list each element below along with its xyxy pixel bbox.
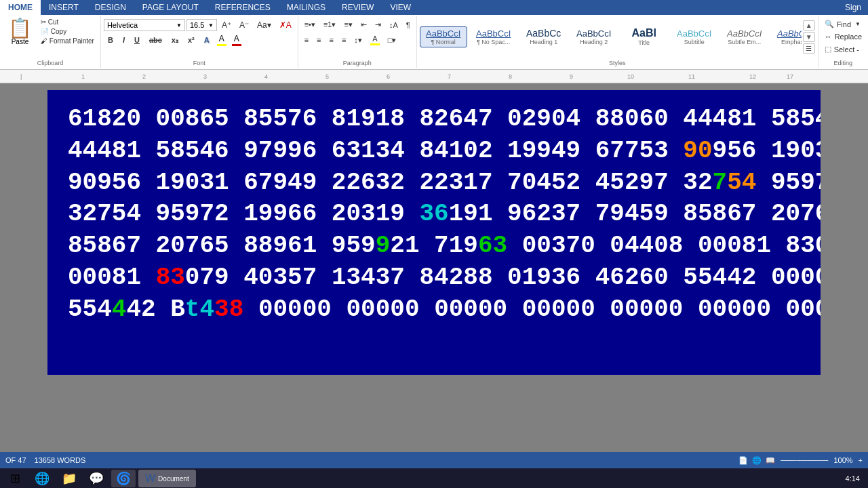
multilevel-button[interactable]: ≡▾ xyxy=(340,18,355,31)
clipboard-small-actions: ✂ Cut 📄 Copy 🖌 Format Painter xyxy=(39,18,96,45)
start-button[interactable]: ⊞ xyxy=(3,470,27,487)
doc-line-7: 554442 Bt438 00000 00000 00000 00000 000… xyxy=(68,294,800,326)
ruler-mark-1: | xyxy=(20,73,22,80)
shading-button[interactable]: A xyxy=(367,33,383,47)
style-normal[interactable]: AaBbCcI ¶ Normal xyxy=(420,26,467,47)
tab-mailings[interactable]: MAILINGS xyxy=(279,0,334,15)
font-shrink-button[interactable]: A⁻ xyxy=(236,18,252,32)
chat-button[interactable]: 💬 xyxy=(84,470,108,487)
colored-83: 83 xyxy=(156,264,185,291)
font-grow-button[interactable]: A⁺ xyxy=(218,18,235,32)
select-button[interactable]: ⬚ Select - xyxy=(821,43,865,56)
tab-design[interactable]: DESIGN xyxy=(87,0,134,15)
zoom-in[interactable]: + xyxy=(859,456,863,464)
shading-color-bar xyxy=(370,43,380,45)
borders-button[interactable]: □▾ xyxy=(384,34,400,47)
style-emphasis-preview: AaBbCcI xyxy=(777,28,802,39)
line-spacing-button[interactable]: ↕▾ xyxy=(351,34,366,47)
font-name-arrow: ▼ xyxy=(176,22,182,28)
numbering-button[interactable]: ≡1▾ xyxy=(320,18,340,31)
status-right: 📄 🌐 📖 ───────── 100% + xyxy=(738,456,863,465)
superscript-button[interactable]: x² xyxy=(184,34,199,46)
style-title[interactable]: AaBI Title xyxy=(620,25,668,48)
style-subtitle-preview: AaBbCcI xyxy=(677,28,711,39)
doc-line-1: 61820 00865 85576 81918 82647 02904 8806… xyxy=(68,104,800,136)
text-effects-button[interactable]: A xyxy=(200,34,214,46)
view-print-icon[interactable]: 📄 xyxy=(738,456,748,465)
style-subtle-emphasis-preview: AaBbCcI xyxy=(727,28,762,39)
style-heading2[interactable]: AaBbCcI Heading 2 xyxy=(570,26,618,47)
highlight-color-bar xyxy=(217,44,226,46)
word-taskbar-button[interactable]: W Document xyxy=(138,470,196,487)
style-subtle-emphasis[interactable]: AaBbCcI Subtle Em... xyxy=(721,26,768,47)
replace-button[interactable]: ↔ Replace xyxy=(821,30,865,43)
styles-scroll-up[interactable]: ▲ xyxy=(803,20,815,30)
font-group: Helvetica ▼ 16.5 ▼ A⁺ A⁻ Aa▾ ✗A B I U ab… xyxy=(101,16,298,68)
style-no-spacing-label: ¶ No Spac... xyxy=(477,39,510,45)
doc-line-6: 00081 83079 40357 13437 84288 01936 4626… xyxy=(68,262,800,294)
paste-label: Paste xyxy=(12,38,29,45)
show-marks-button[interactable]: ¶ xyxy=(403,19,414,31)
increase-indent-button[interactable]: ⇥ xyxy=(372,18,384,31)
style-no-spacing[interactable]: AaBbCcI ¶ No Spac... xyxy=(470,26,517,47)
copy-button[interactable]: 📄 Copy xyxy=(39,27,96,36)
app3-button[interactable]: 🌀 xyxy=(111,470,136,487)
colored-90: 90 xyxy=(683,137,712,165)
font-color-icon: A xyxy=(234,34,239,43)
style-heading1-label: Heading 1 xyxy=(530,39,557,45)
sort-button[interactable]: ↕A xyxy=(386,19,401,31)
tab-review[interactable]: REVIEW xyxy=(334,0,382,15)
colored-9: 9 xyxy=(376,232,391,260)
find-button[interactable]: 🔍 Find ▼ xyxy=(821,18,865,30)
align-center-button[interactable]: ≡ xyxy=(313,34,324,46)
style-emphasis[interactable]: AaBbCcI Emphasis xyxy=(771,26,802,47)
tab-page-layout[interactable]: PAGE LAYOUT xyxy=(134,0,207,15)
font-color-button[interactable]: A xyxy=(230,33,243,47)
zoom-control[interactable]: ───────── xyxy=(781,456,828,464)
align-left-button[interactable]: ≡ xyxy=(301,34,312,46)
document-page[interactable]: 61820 00865 85576 81918 82647 02904 8806… xyxy=(47,90,821,375)
align-right-button[interactable]: ≡ xyxy=(326,34,337,46)
explorer-button[interactable]: 📁 xyxy=(57,470,81,487)
sign-button[interactable]: Sign xyxy=(845,3,868,12)
clear-formatting-button[interactable]: ✗A xyxy=(276,18,295,32)
taskbar: ⊞ 🌐 📁 💬 🌀 W Document 4:14 xyxy=(0,468,868,488)
ruler-mark-10: 9 xyxy=(570,73,573,80)
bold-button[interactable]: B xyxy=(104,34,117,46)
style-subtitle[interactable]: AaBbCcI Subtitle xyxy=(671,26,718,47)
editing-group: 🔍 Find ▼ ↔ Replace ⬚ Select - Editing xyxy=(818,16,868,68)
tab-home[interactable]: HOME xyxy=(0,0,41,15)
copy-label: Copy xyxy=(51,28,66,35)
browser-button[interactable]: 🌐 xyxy=(30,470,54,487)
view-web-icon[interactable]: 🌐 xyxy=(752,456,762,465)
paste-button[interactable]: 📋 Paste xyxy=(4,18,36,47)
cut-label: Cut xyxy=(48,18,59,26)
colored-63: 63 xyxy=(478,232,507,260)
view-read-icon[interactable]: 📖 xyxy=(766,456,775,465)
subscript-button[interactable]: x₂ xyxy=(167,34,182,47)
decrease-indent-button[interactable]: ⇤ xyxy=(357,18,370,31)
bullets-button[interactable]: ≡•▾ xyxy=(301,18,319,31)
strikethrough-button[interactable]: abc xyxy=(145,34,166,46)
italic-button[interactable]: I xyxy=(119,34,129,46)
style-title-label: Title xyxy=(638,39,650,46)
font-name-dropdown[interactable]: Helvetica ▼ xyxy=(104,19,185,31)
style-heading1[interactable]: AaBbCc Heading 1 xyxy=(520,26,568,47)
tab-insert[interactable]: INSERT xyxy=(41,0,87,15)
font-size-dropdown[interactable]: 16.5 ▼ xyxy=(186,19,217,31)
styles-more[interactable]: ☰ xyxy=(803,43,815,54)
ruler-mark-2: 1 xyxy=(81,73,85,80)
tab-view[interactable]: VIEW xyxy=(382,0,419,15)
status-bar: OF 47 13658 WORDS 📄 🌐 📖 ───────── 100% + xyxy=(0,452,868,468)
paste-icon: 📋 xyxy=(8,19,32,38)
tab-references[interactable]: REFERENCES xyxy=(207,0,279,15)
format-painter-button[interactable]: 🖌 Format Painter xyxy=(39,37,96,45)
cut-button[interactable]: ✂ Cut xyxy=(39,18,96,26)
change-case-button[interactable]: Aa▾ xyxy=(254,18,275,32)
underline-button[interactable]: U xyxy=(130,34,144,46)
styles-scroll-down[interactable]: ▼ xyxy=(803,32,815,42)
highlight-color-button[interactable]: A xyxy=(215,33,229,47)
highlight-icon: A xyxy=(219,34,224,43)
justify-button[interactable]: ≡ xyxy=(338,34,349,46)
styles-list: AaBbCcI ¶ Normal AaBbCcI ¶ No Spac... Aa… xyxy=(420,25,802,48)
